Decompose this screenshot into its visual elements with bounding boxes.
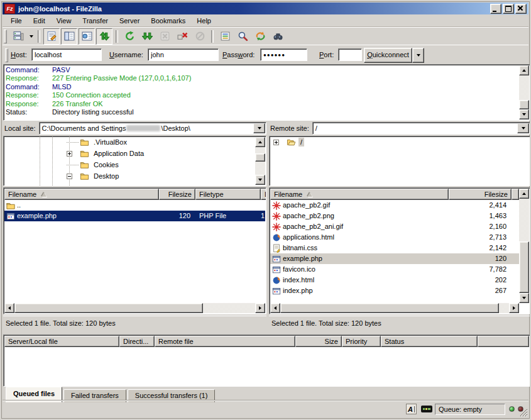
menu-item-transfer[interactable]: Transfer <box>77 16 114 26</box>
process-queue-button[interactable] <box>139 28 155 45</box>
column-header-status[interactable]: Status <box>381 336 478 347</box>
menu-item-server[interactable]: Server <box>114 16 145 26</box>
file-row[interactable]: favicon.ico7,782 <box>270 264 519 275</box>
username-input[interactable] <box>148 48 219 61</box>
column-header-filename[interactable]: Filename <box>4 189 159 200</box>
scrollbar-thumb[interactable] <box>519 100 529 109</box>
tree-item[interactable]: .VirtualBox <box>4 136 266 148</box>
expand-plus-icon[interactable] <box>273 140 279 145</box>
site-manager-dropdown-button[interactable] <box>27 29 35 44</box>
scrollbar-thumb[interactable] <box>519 241 529 293</box>
scroll-left-button[interactable] <box>270 303 280 313</box>
local-list-header: FilenameFilesizeFiletypeL <box>4 189 265 200</box>
filter-button[interactable] <box>217 28 233 45</box>
column-header-filesize[interactable]: Filesize <box>449 189 512 200</box>
scroll-up-button[interactable] <box>255 137 265 147</box>
file-row[interactable]: apache_pb2.gif2,414 <box>270 200 519 211</box>
scroll-left-button[interactable] <box>4 303 14 313</box>
column-header-l[interactable]: L <box>261 189 266 200</box>
compare-button[interactable] <box>234 28 251 45</box>
site-manager-button[interactable] <box>10 28 26 45</box>
close-button[interactable] <box>515 4 527 14</box>
tree-item[interactable]: Desktop <box>4 170 266 182</box>
column-header-filename[interactable]: Filename <box>270 189 449 200</box>
file-row[interactable]: bitnami.css2,142 <box>270 243 519 253</box>
scrollbar-track[interactable] <box>280 303 509 313</box>
port-input[interactable] <box>338 48 362 61</box>
scrollbar-thumb[interactable] <box>14 303 203 313</box>
password-input[interactable] <box>260 48 307 61</box>
scroll-right-button[interactable] <box>255 303 265 313</box>
scroll-down-button[interactable] <box>519 109 529 119</box>
search-button[interactable] <box>270 28 286 45</box>
toggle-queue-button[interactable] <box>96 28 112 45</box>
file-row[interactable]: index.php267 <box>270 285 519 296</box>
tree-item[interactable]: Cookies <box>4 159 266 170</box>
column-header-spacer[interactable] <box>512 189 519 200</box>
disconnect-button[interactable] <box>174 28 190 45</box>
minimize-button[interactable] <box>490 4 501 14</box>
column-header-directi[interactable]: Directi... <box>119 336 155 347</box>
expand-plus-icon[interactable] <box>67 151 72 157</box>
host-input[interactable] <box>31 48 102 61</box>
column-header-label: Directi... <box>123 338 148 345</box>
scroll-up-button[interactable] <box>519 189 529 199</box>
column-header-server-local-file[interactable]: Server/Local file <box>4 336 119 347</box>
toggle-local-tree-button[interactable] <box>61 28 77 45</box>
file-row[interactable]: applications.html2,713 <box>270 232 519 243</box>
toggle-remote-tree-button[interactable] <box>79 28 95 45</box>
scroll-up-button[interactable] <box>519 65 529 75</box>
file-row[interactable]: apache_pb2_ani.gif2,160 <box>270 221 519 232</box>
refresh-button[interactable] <box>121 28 138 45</box>
toggle-log-button[interactable] <box>43 28 60 45</box>
menu-item-view[interactable]: View <box>51 16 77 26</box>
remote-site-combo[interactable]: / <box>312 122 530 135</box>
column-header-filesize[interactable]: Filesize <box>159 189 195 200</box>
scrollbar-thumb[interactable] <box>280 303 499 313</box>
column-header-size[interactable]: Size <box>295 336 342 347</box>
tree-item[interactable]: / <box>270 136 530 148</box>
log-line-text: PASV <box>52 66 70 74</box>
scroll-right-button[interactable] <box>509 303 519 313</box>
quickconnect-gripper[interactable] <box>5 48 8 62</box>
filezilla-app-icon[interactable]: Fz <box>4 4 15 14</box>
scroll-down-button[interactable] <box>255 175 265 185</box>
message-log-scrollbar[interactable] <box>519 65 529 119</box>
remote-list-scrollbar[interactable] <box>519 189 529 303</box>
file-row[interactable]: .. <box>4 200 265 211</box>
triangle-down-icon <box>258 179 262 181</box>
file-row[interactable]: apache_pb2.png1,463 <box>270 211 519 221</box>
column-header-priority[interactable]: Priority <box>342 336 381 347</box>
collapse-minus-icon[interactable] <box>67 174 72 179</box>
scrollbar-track[interactable] <box>14 303 255 313</box>
column-header-spacer[interactable] <box>478 336 529 347</box>
last-modified-cell: 1 <box>261 211 265 221</box>
resize-grip[interactable] <box>520 409 528 417</box>
toggle-log-icon <box>47 31 57 41</box>
menu-item-help[interactable]: Help <box>191 16 217 26</box>
column-header-filetype[interactable]: Filetype <box>195 189 261 200</box>
local-site-combo[interactable]: C:\Documents and Settings\Desktop\ <box>39 122 266 135</box>
scrollbar-thumb[interactable] <box>255 153 265 162</box>
menu-item-bookmarks[interactable]: Bookmarks <box>145 16 191 26</box>
local-horizontal-scrollbar[interactable] <box>4 303 265 313</box>
remote-site-dropdown-button[interactable] <box>517 123 529 133</box>
menu-item-file[interactable]: File <box>5 16 28 26</box>
local-site-dropdown-button[interactable] <box>253 123 265 133</box>
column-header-remote-file[interactable]: Remote file <box>155 336 295 347</box>
toolbar-gripper[interactable] <box>4 30 7 43</box>
file-row[interactable]: index.html202 <box>270 275 519 285</box>
sync-browsing-button[interactable] <box>252 28 268 45</box>
local-tree-scrollbar[interactable] <box>255 137 265 185</box>
maximize-button[interactable] <box>503 4 514 14</box>
file-row[interactable]: example.php120PHP File1 <box>4 211 265 221</box>
menu-item-edit[interactable]: Edit <box>28 16 51 26</box>
column-header-label: Filesize <box>168 191 192 198</box>
quickconnect-button[interactable]: Quickconnect <box>364 48 412 63</box>
file-row[interactable]: example.php120 <box>270 253 519 264</box>
quickconnect-dropdown-button[interactable] <box>412 48 424 63</box>
tree-expander-slot <box>67 136 79 148</box>
tree-item[interactable]: Application Data <box>4 148 266 159</box>
remote-horizontal-scrollbar[interactable] <box>270 303 519 313</box>
scroll-down-button[interactable] <box>519 293 529 303</box>
